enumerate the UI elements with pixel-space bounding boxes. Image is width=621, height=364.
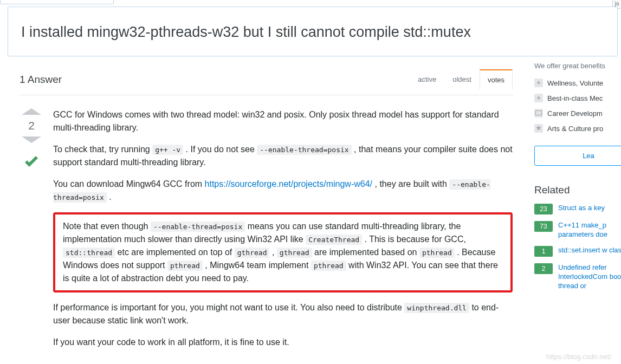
upvote-icon[interactable] bbox=[22, 108, 41, 115]
answers-header: 1 Answer active oldest votes bbox=[20, 69, 513, 95]
inline-code: pthread bbox=[167, 261, 203, 271]
highlighted-note: Note that even though --enable-thread=po… bbox=[53, 212, 513, 292]
related-item: 23 Struct as a key bbox=[534, 204, 621, 214]
inline-code: CreateThread bbox=[306, 235, 362, 245]
para-5: If performance is important for you, you… bbox=[53, 301, 513, 327]
tab-votes[interactable]: votes bbox=[480, 69, 513, 90]
para-3: You can download Mingw64 GCC from https:… bbox=[53, 178, 513, 204]
sort-tabs: active oldest votes bbox=[410, 69, 513, 89]
benefit-item: Arts & Culture pro bbox=[534, 121, 621, 136]
tab-active[interactable]: active bbox=[410, 69, 444, 89]
benefits-heading: We offer great benefits bbox=[534, 62, 621, 70]
mingw-link[interactable]: https://sourceforge.net/projects/mingw-w… bbox=[205, 179, 372, 188]
para-2: To check that, try running g++ -v . If y… bbox=[53, 143, 513, 169]
answers-count: 1 Answer bbox=[20, 74, 410, 86]
browser-tab-stub bbox=[0, 0, 114, 4]
star-icon bbox=[534, 124, 543, 133]
related-item: 2 Undefined refer InterlockedCom boost t… bbox=[534, 263, 621, 291]
related-heading: Related bbox=[534, 184, 621, 196]
accepted-check-icon bbox=[22, 153, 41, 176]
inline-code: pthread bbox=[311, 261, 346, 271]
inline-code: gthread bbox=[235, 248, 270, 258]
inline-code: g++ -v bbox=[152, 145, 183, 155]
related-badge: 2 bbox=[534, 263, 553, 274]
related-link[interactable]: C++11 make_p parameters doe bbox=[558, 221, 621, 239]
related-link[interactable]: Struct as a key bbox=[558, 204, 605, 213]
related-item: 73 C++11 make_p parameters doe bbox=[534, 221, 621, 239]
monitor-icon bbox=[534, 109, 543, 118]
related-link[interactable]: std::set.insert w class bbox=[558, 246, 621, 255]
para-6: If you want your code to work in all pla… bbox=[53, 336, 513, 349]
benefit-item: Career Developm bbox=[534, 106, 621, 121]
inline-code: gthread bbox=[277, 248, 312, 258]
related-badge: 1 bbox=[534, 246, 553, 257]
answer-body: GCC for Windows comes with two thread mo… bbox=[53, 108, 513, 358]
related-item: 1 std::set.insert w class bbox=[534, 246, 621, 257]
answer: 2 GCC for Windows comes with two thread … bbox=[20, 108, 513, 358]
para-1: GCC for Windows comes with two thread mo… bbox=[53, 108, 513, 134]
para-note: Note that even though --enable-thread=po… bbox=[63, 220, 503, 285]
benefit-item: Wellness, Volunte bbox=[534, 75, 621, 90]
vote-column: 2 bbox=[20, 108, 43, 358]
plus-icon bbox=[534, 94, 543, 102]
plus-icon bbox=[534, 79, 543, 87]
benefit-item: Best-in-class Mec bbox=[534, 90, 621, 106]
watermark: https://blog.csdn.net/ bbox=[546, 353, 611, 361]
vote-count: 2 bbox=[28, 119, 35, 132]
inline-code: --enable-thread=posix bbox=[257, 145, 351, 155]
related-badge: 23 bbox=[534, 204, 553, 214]
related-link[interactable]: Undefined refer InterlockedCom boost thr… bbox=[558, 263, 621, 291]
downvote-icon[interactable] bbox=[22, 136, 41, 143]
related-badge: 73 bbox=[534, 221, 553, 232]
question-title-box: I installed mingw32-pthreads-w32 but I s… bbox=[8, 6, 618, 56]
main-content: 1 Answer active oldest votes 2 GCC for W… bbox=[20, 69, 513, 358]
inline-code: std::thread bbox=[63, 248, 115, 258]
tab-oldest[interactable]: oldest bbox=[444, 69, 480, 89]
inline-code: --enable-thread=posix bbox=[151, 222, 245, 232]
question-title: I installed mingw32-pthreads-w32 but I s… bbox=[21, 22, 604, 42]
inline-code: winpthread.dll bbox=[404, 303, 469, 313]
sidebar: We offer great benefits Wellness, Volunt… bbox=[534, 60, 621, 297]
learn-more-button[interactable]: Lea bbox=[534, 146, 621, 166]
inline-code: pthread bbox=[419, 248, 455, 258]
